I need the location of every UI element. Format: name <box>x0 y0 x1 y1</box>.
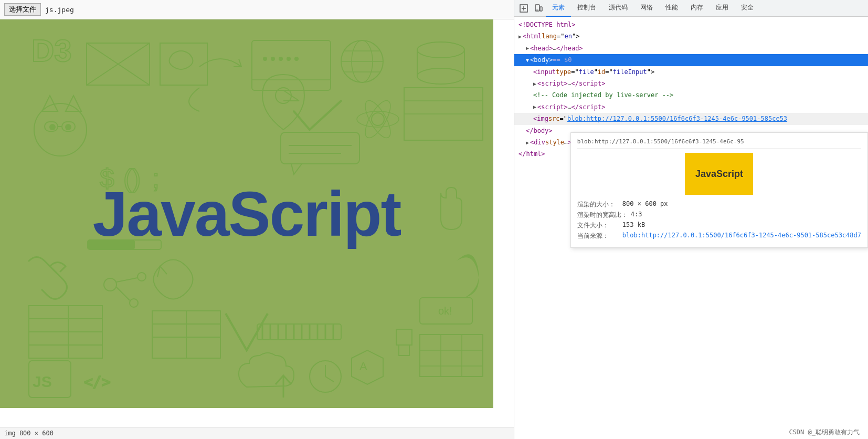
svg-point-10 <box>417 42 464 58</box>
tab-application[interactable]: 应用 <box>710 0 735 17</box>
image-container: D3 <box>0 19 514 427</box>
choose-file-button[interactable]: 选择文件 <box>4 3 41 16</box>
file-input-bar: 选择文件 js.jpeg <box>0 0 514 19</box>
dom-line-input[interactable]: <input type="file" id="fileInput"> <box>514 66 868 78</box>
svg-line-51 <box>117 287 130 300</box>
file-name-label: js.jpeg <box>45 6 74 14</box>
tab-performance[interactable]: 性能 <box>659 0 684 17</box>
svg-line-88 <box>325 377 334 382</box>
svg-rect-14 <box>252 40 331 90</box>
tab-elements[interactable]: 元素 <box>546 0 571 17</box>
tab-memory[interactable]: 内存 <box>684 0 710 17</box>
tab-security[interactable]: 安全 <box>735 0 760 17</box>
svg-text:</>: </> <box>84 373 111 391</box>
svg-point-23 <box>372 113 384 126</box>
svg-point-48 <box>104 278 117 291</box>
expand-script1[interactable]: ▶ <box>533 79 536 88</box>
dom-line-script1[interactable]: ▶ <script> … </script> <box>514 78 868 89</box>
tooltip-aspect-ratio-row: 渲染时的宽高比： 4:3 <box>577 211 861 220</box>
device-icon[interactable] <box>531 1 546 16</box>
source-key: 当前来源： <box>577 232 619 241</box>
render-size-val: 800 × 600 px <box>622 200 668 207</box>
svg-rect-89 <box>396 329 412 345</box>
svg-point-19 <box>271 57 275 61</box>
tooltip-source-row: 当前来源： blob:http://127.0.0.1:5500/16f6c6f… <box>577 232 861 241</box>
expand-script2[interactable]: ▶ <box>533 102 536 111</box>
bottom-status-bar: img 800 × 600 <box>0 427 514 439</box>
svg-rect-39 <box>281 132 359 164</box>
right-panel-relative: <!DOCTYPE html> ▶ <html lang="en"> ▶ <he… <box>514 17 868 439</box>
left-panel: 选择文件 js.jpeg D3 <box>0 0 514 439</box>
svg-line-52 <box>117 278 137 282</box>
aspect-ratio-val: 4:3 <box>631 211 642 218</box>
svg-point-20 <box>279 57 283 61</box>
devtools-nav: 元素 控制台 源代码 网络 性能 内存 应用 安全 <box>514 0 868 17</box>
svg-rect-60 <box>420 335 483 377</box>
svg-point-22 <box>294 57 299 61</box>
svg-point-30 <box>49 124 56 130</box>
image-tooltip: blob:http://127.0.0.1:5500/16f6c6f3-1245… <box>570 132 868 248</box>
dom-line-body[interactable]: ▼ <body> == $0 <box>514 54 868 66</box>
dom-line-head[interactable]: ▶ <head> … </head> <box>514 43 868 54</box>
tab-network[interactable]: 网络 <box>634 0 659 17</box>
aspect-ratio-key: 渲染时的宽高比： <box>577 211 628 220</box>
dom-line-comment: <!-- Code injected by live-server --> <box>514 89 868 101</box>
svg-marker-84 <box>352 350 383 384</box>
svg-point-18 <box>263 57 267 61</box>
expand-head[interactable]: ▶ <box>526 44 529 53</box>
svg-point-50 <box>137 273 146 281</box>
tooltip-url-bar: blob:http://127.0.0.1:5500/16f6c6f3-1245… <box>577 138 861 149</box>
dom-line-doctype: <!DOCTYPE html> <box>514 19 868 30</box>
svg-rect-4 <box>160 43 207 85</box>
svg-point-49 <box>130 299 138 307</box>
expand-html[interactable]: ▶ <box>518 32 522 41</box>
image-dimensions-label: img 800 × 600 <box>4 430 54 437</box>
svg-rect-90 <box>399 345 409 356</box>
svg-marker-40 <box>291 164 302 174</box>
expand-body[interactable]: ▼ <box>526 56 529 65</box>
dom-line-script2[interactable]: ▶ <script> … </script> <box>514 101 868 113</box>
svg-point-24 <box>357 111 399 127</box>
js-title: JavaScript <box>92 177 400 250</box>
tooltip-render-size-row: 渲染的大小： 800 × 600 px <box>577 200 861 209</box>
svg-point-21 <box>287 57 291 61</box>
image-preview-box: JavaScript <box>685 153 753 195</box>
source-val[interactable]: blob:http://127.0.0.1:5500/16f6c6f3-1245… <box>622 232 861 239</box>
tab-console[interactable]: 控制台 <box>571 0 602 17</box>
render-size-key: 渲染的大小： <box>577 200 619 209</box>
inspector-icon[interactable] <box>516 1 531 16</box>
svg-text:D3: D3 <box>31 33 72 68</box>
expand-div[interactable]: ▶ <box>526 138 529 147</box>
image-preview-label: JavaScript <box>695 169 743 180</box>
svg-rect-95 <box>540 7 542 11</box>
page-footer: CSDN @_聪明勇敢有力气 <box>658 426 868 439</box>
svg-text:JS: JS <box>33 373 52 390</box>
dom-line-img[interactable]: <img src="blob:http://127.0.0.1:5500/16f… <box>514 113 868 124</box>
svg-text:A: A <box>359 360 367 373</box>
devtools-panel: 元素 控制台 源代码 网络 性能 内存 应用 安全 <!DOCTYPE html… <box>514 0 868 439</box>
svg-point-31 <box>65 124 71 130</box>
svg-point-13 <box>417 68 464 84</box>
dom-line-html[interactable]: ▶ <html lang="en"> <box>514 30 868 42</box>
svg-marker-29 <box>66 96 81 111</box>
file-size-key: 文件大小： <box>577 221 619 230</box>
svg-text:ok!: ok! <box>438 305 452 317</box>
tooltip-file-size-row: 文件大小： 153 kB <box>577 221 861 230</box>
tab-sources[interactable]: 源代码 <box>602 0 634 17</box>
js-image: D3 <box>0 19 493 408</box>
file-size-val: 153 kB <box>622 221 645 228</box>
footer-text: CSDN @_聪明勇敢有力气 <box>789 428 860 436</box>
